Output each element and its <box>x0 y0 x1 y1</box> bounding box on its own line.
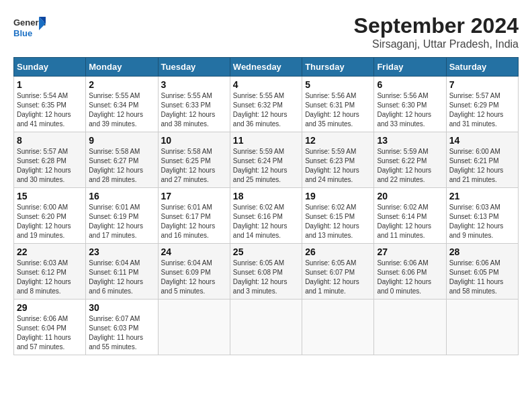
calendar-cell: 18Sunrise: 6:02 AMSunset: 6:16 PMDayligh… <box>230 188 302 244</box>
col-header-monday: Monday <box>86 58 158 77</box>
calendar-cell: 9Sunrise: 5:58 AMSunset: 6:27 PMDaylight… <box>86 132 158 188</box>
calendar-week-2: 8Sunrise: 5:57 AMSunset: 6:28 PMDaylight… <box>14 132 519 188</box>
calendar-cell: 3Sunrise: 5:55 AMSunset: 6:33 PMDaylight… <box>158 77 230 132</box>
calendar-cell: 23Sunrise: 6:04 AMSunset: 6:11 PMDayligh… <box>86 244 158 300</box>
day-info: Sunrise: 6:00 AMSunset: 6:20 PMDaylight:… <box>17 203 83 240</box>
calendar-cell: 29Sunrise: 6:06 AMSunset: 6:04 PMDayligh… <box>14 300 86 355</box>
day-info: Sunrise: 5:55 AMSunset: 6:34 PMDaylight:… <box>89 91 154 129</box>
day-info: Sunrise: 6:03 AMSunset: 6:13 PMDaylight:… <box>449 203 515 240</box>
day-info: Sunrise: 5:59 AMSunset: 6:23 PMDaylight:… <box>305 147 371 185</box>
calendar-cell: 14Sunrise: 6:00 AMSunset: 6:21 PMDayligh… <box>446 132 518 188</box>
calendar-cell: 2Sunrise: 5:55 AMSunset: 6:34 PMDaylight… <box>86 77 158 132</box>
day-number: 18 <box>233 191 299 201</box>
day-info: Sunrise: 6:02 AMSunset: 6:15 PMDaylight:… <box>305 203 371 240</box>
calendar-cell: 26Sunrise: 6:05 AMSunset: 6:07 PMDayligh… <box>302 244 374 300</box>
day-info: Sunrise: 6:05 AMSunset: 6:08 PMDaylight:… <box>233 259 299 296</box>
logo-icon: General Blue <box>13 13 47 40</box>
day-info: Sunrise: 5:57 AMSunset: 6:28 PMDaylight:… <box>17 147 83 185</box>
day-info: Sunrise: 5:58 AMSunset: 6:27 PMDaylight:… <box>89 147 154 185</box>
calendar-week-3: 15Sunrise: 6:00 AMSunset: 6:20 PMDayligh… <box>14 188 519 244</box>
calendar-cell: 19Sunrise: 6:02 AMSunset: 6:15 PMDayligh… <box>302 188 374 244</box>
day-info: Sunrise: 5:55 AMSunset: 6:33 PMDaylight:… <box>161 91 227 129</box>
day-number: 24 <box>161 246 227 257</box>
day-number: 29 <box>17 302 83 313</box>
day-info: Sunrise: 5:56 AMSunset: 6:31 PMDaylight:… <box>305 91 371 129</box>
col-header-tuesday: Tuesday <box>158 58 230 77</box>
calendar-table: SundayMondayTuesdayWednesdayThursdayFrid… <box>13 57 519 355</box>
calendar-cell: 11Sunrise: 5:59 AMSunset: 6:24 PMDayligh… <box>230 132 302 188</box>
day-info: Sunrise: 6:07 AMSunset: 6:03 PMDaylight:… <box>89 314 154 352</box>
calendar-cell: 27Sunrise: 6:06 AMSunset: 6:06 PMDayligh… <box>374 244 446 300</box>
day-number: 25 <box>233 246 299 257</box>
day-number: 13 <box>377 135 443 146</box>
day-number: 16 <box>89 191 154 201</box>
calendar-cell: 17Sunrise: 6:01 AMSunset: 6:17 PMDayligh… <box>158 188 230 244</box>
day-info: Sunrise: 6:02 AMSunset: 6:14 PMDaylight:… <box>377 203 443 240</box>
calendar-cell: 7Sunrise: 5:57 AMSunset: 6:29 PMDaylight… <box>446 77 518 132</box>
day-number: 6 <box>377 79 443 90</box>
calendar-header-row: SundayMondayTuesdayWednesdayThursdayFrid… <box>14 58 519 77</box>
day-number: 27 <box>377 246 443 257</box>
day-number: 2 <box>89 79 154 90</box>
day-info: Sunrise: 6:00 AMSunset: 6:21 PMDaylight:… <box>449 147 515 185</box>
calendar-cell: 21Sunrise: 6:03 AMSunset: 6:13 PMDayligh… <box>446 188 518 244</box>
month-title: September 2024 <box>354 13 519 38</box>
calendar-cell: 16Sunrise: 6:01 AMSunset: 6:19 PMDayligh… <box>86 188 158 244</box>
day-number: 11 <box>233 135 299 146</box>
day-info: Sunrise: 6:06 AMSunset: 6:06 PMDaylight:… <box>377 259 443 296</box>
calendar-cell <box>158 300 230 355</box>
calendar-cell: 4Sunrise: 5:55 AMSunset: 6:32 PMDaylight… <box>230 77 302 132</box>
day-info: Sunrise: 6:06 AMSunset: 6:04 PMDaylight:… <box>17 314 83 352</box>
col-header-wednesday: Wednesday <box>230 58 302 77</box>
calendar-week-1: 1Sunrise: 5:54 AMSunset: 6:35 PMDaylight… <box>14 77 519 132</box>
calendar-cell: 5Sunrise: 5:56 AMSunset: 6:31 PMDaylight… <box>302 77 374 132</box>
day-number: 7 <box>449 79 515 90</box>
day-number: 8 <box>17 135 83 146</box>
location-subtitle: Sirsaganj, Uttar Pradesh, India <box>354 38 519 50</box>
day-number: 26 <box>305 246 371 257</box>
page-header: General Blue September 2024 Sirsaganj, U… <box>13 13 519 50</box>
calendar-cell: 20Sunrise: 6:02 AMSunset: 6:14 PMDayligh… <box>374 188 446 244</box>
day-info: Sunrise: 5:56 AMSunset: 6:30 PMDaylight:… <box>377 91 443 129</box>
day-number: 30 <box>89 302 154 313</box>
day-info: Sunrise: 6:04 AMSunset: 6:11 PMDaylight:… <box>89 259 154 296</box>
day-info: Sunrise: 6:02 AMSunset: 6:16 PMDaylight:… <box>233 203 299 240</box>
day-number: 12 <box>305 135 371 146</box>
calendar-cell <box>446 300 518 355</box>
day-info: Sunrise: 5:55 AMSunset: 6:32 PMDaylight:… <box>233 91 299 129</box>
calendar-cell <box>230 300 302 355</box>
day-info: Sunrise: 5:59 AMSunset: 6:24 PMDaylight:… <box>233 147 299 185</box>
day-info: Sunrise: 6:03 AMSunset: 6:12 PMDaylight:… <box>17 259 83 296</box>
calendar-cell: 12Sunrise: 5:59 AMSunset: 6:23 PMDayligh… <box>302 132 374 188</box>
day-info: Sunrise: 6:05 AMSunset: 6:07 PMDaylight:… <box>305 259 371 296</box>
day-info: Sunrise: 5:59 AMSunset: 6:22 PMDaylight:… <box>377 147 443 185</box>
calendar-cell <box>374 300 446 355</box>
day-number: 5 <box>305 79 371 90</box>
day-number: 9 <box>89 135 154 146</box>
day-number: 28 <box>449 246 515 257</box>
day-number: 14 <box>449 135 515 146</box>
calendar-cell: 25Sunrise: 6:05 AMSunset: 6:08 PMDayligh… <box>230 244 302 300</box>
title-area: September 2024 Sirsaganj, Uttar Pradesh,… <box>354 13 519 50</box>
calendar-week-4: 22Sunrise: 6:03 AMSunset: 6:12 PMDayligh… <box>14 244 519 300</box>
col-header-friday: Friday <box>374 58 446 77</box>
calendar-cell <box>302 300 374 355</box>
logo: General Blue <box>13 13 50 40</box>
day-info: Sunrise: 6:04 AMSunset: 6:09 PMDaylight:… <box>161 259 227 296</box>
day-info: Sunrise: 5:58 AMSunset: 6:25 PMDaylight:… <box>161 147 227 185</box>
day-number: 15 <box>17 191 83 201</box>
day-number: 23 <box>89 246 154 257</box>
calendar-cell: 6Sunrise: 5:56 AMSunset: 6:30 PMDaylight… <box>374 77 446 132</box>
day-number: 17 <box>161 191 227 201</box>
calendar-cell: 10Sunrise: 5:58 AMSunset: 6:25 PMDayligh… <box>158 132 230 188</box>
calendar-cell: 24Sunrise: 6:04 AMSunset: 6:09 PMDayligh… <box>158 244 230 300</box>
calendar-cell: 1Sunrise: 5:54 AMSunset: 6:35 PMDaylight… <box>14 77 86 132</box>
calendar-cell: 15Sunrise: 6:00 AMSunset: 6:20 PMDayligh… <box>14 188 86 244</box>
calendar-cell: 30Sunrise: 6:07 AMSunset: 6:03 PMDayligh… <box>86 300 158 355</box>
calendar-cell: 8Sunrise: 5:57 AMSunset: 6:28 PMDaylight… <box>14 132 86 188</box>
day-info: Sunrise: 6:01 AMSunset: 6:17 PMDaylight:… <box>161 203 227 240</box>
col-header-saturday: Saturday <box>446 58 518 77</box>
day-info: Sunrise: 6:01 AMSunset: 6:19 PMDaylight:… <box>89 203 154 240</box>
svg-text:Blue: Blue <box>13 28 32 38</box>
day-number: 1 <box>17 79 83 90</box>
